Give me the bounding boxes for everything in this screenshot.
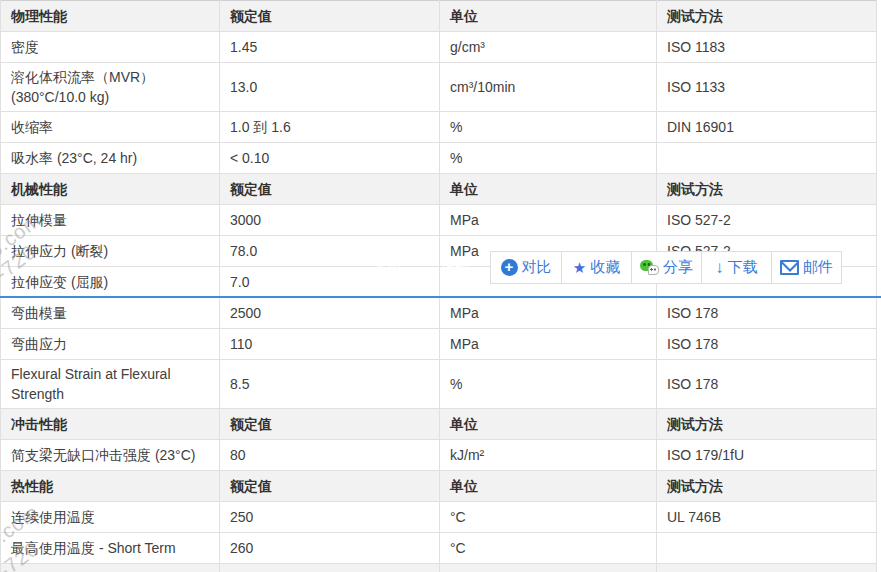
table-row: 连续使用温度250°CUL 746B: [1, 502, 877, 533]
value-cell: 260: [220, 533, 440, 564]
material-datasheet-page: 物理性能额定值单位测试方法密度1.45g/cm³ISO 1183溶化体积流率（M…: [0, 0, 881, 572]
table-row: Flexural Strain at Flexural Strength8.5%…: [1, 360, 877, 409]
value-cell: 8.5: [220, 360, 440, 409]
row-highlight-line: [0, 296, 881, 298]
download-arrow-icon: ↓: [715, 259, 724, 276]
value-cell: 250: [220, 502, 440, 533]
compare-button[interactable]: + 对比: [491, 252, 561, 283]
method-cell: ISO 1133: [657, 63, 877, 112]
unit-cell: MPa: [440, 298, 657, 329]
value-cell: 80: [220, 440, 440, 471]
wechat-share-icon: [640, 260, 659, 275]
table-row: 溶化体积流率（MVR） (380°C/10.0 kg)13.0cm³/10min…: [1, 63, 877, 112]
property-cell: 拉伸模量: [1, 205, 220, 236]
properties-table: 物理性能额定值单位测试方法密度1.45g/cm³ISO 1183溶化体积流率（M…: [0, 0, 877, 572]
property-cell: 拉伸应变 (屈服): [1, 267, 220, 298]
envelope-icon: [780, 260, 799, 275]
section-header-row: 冲击性能额定值单位测试方法: [1, 409, 877, 440]
unit-cell: %: [440, 143, 657, 174]
method-cell: ISO 179/1fU: [657, 440, 877, 471]
value-cell: 1.0 到 1.6: [220, 112, 440, 143]
table-row: 拉伸模量3000MPaISO 527-2: [1, 205, 877, 236]
inquiry-button[interactable]: 询价: [422, 251, 490, 284]
property-cell: 热性能: [1, 471, 220, 502]
unit-cell: MPa: [440, 205, 657, 236]
star-icon: ★: [573, 259, 586, 276]
value-cell: 额定值: [220, 1, 440, 32]
value-cell: 额定值: [220, 409, 440, 440]
method-cell: UL 746B: [657, 502, 877, 533]
favorite-button[interactable]: ★ 收藏: [561, 252, 631, 283]
place-order-button[interactable]: 下单: [351, 251, 422, 284]
value-cell: < 0.10: [220, 143, 440, 174]
floating-action-toolbar: 下单 询价 + 对比 ★ 收藏 分享 ↓ 下载 邮件: [351, 251, 842, 284]
method-cell: ISO 178: [657, 329, 877, 360]
download-label: 下载: [728, 258, 758, 277]
property-cell: 冲击性能: [1, 409, 220, 440]
property-cell: 吸水率 (23°C, 24 hr): [1, 143, 220, 174]
value-cell: [220, 564, 440, 572]
property-cell: 弯曲应力: [1, 329, 220, 360]
table-row: 收缩率1.0 到 1.6%DIN 16901: [1, 112, 877, 143]
method-cell: [657, 143, 877, 174]
property-cell: 连续使用温度: [1, 502, 220, 533]
action-button-group: + 对比 ★ 收藏 分享 ↓ 下载 邮件: [490, 251, 842, 284]
value-cell: 2500: [220, 298, 440, 329]
method-cell: 测试方法: [657, 409, 877, 440]
properties-table-body: 物理性能额定值单位测试方法密度1.45g/cm³ISO 1183溶化体积流率（M…: [1, 1, 877, 572]
section-header-row: 物理性能额定值单位测试方法: [1, 1, 877, 32]
share-button[interactable]: 分享: [631, 252, 701, 283]
method-cell: ISO 178: [657, 298, 877, 329]
property-cell: 密度: [1, 32, 220, 63]
value-cell: 3000: [220, 205, 440, 236]
unit-cell: °C: [440, 533, 657, 564]
method-cell: 测试方法: [657, 1, 877, 32]
property-cell: 物理性能: [1, 1, 220, 32]
unit-cell: MPa: [440, 329, 657, 360]
method-cell: ISO 1183: [657, 32, 877, 63]
property-cell: 拉伸应力 (断裂): [1, 236, 220, 267]
property-cell: 最高使用温度 - Short Term: [1, 533, 220, 564]
value-cell: 13.0: [220, 63, 440, 112]
property-cell: 机械性能: [1, 174, 220, 205]
table-row: 最高使用温度 - Short Term260°C: [1, 533, 877, 564]
method-cell: DIN 16901: [657, 112, 877, 143]
method-cell: [657, 564, 877, 572]
section-header-row: 机械性能额定值单位测试方法: [1, 174, 877, 205]
table-row: 吸水率 (23°C, 24 hr)< 0.10%: [1, 143, 877, 174]
download-button[interactable]: ↓ 下载: [701, 252, 771, 283]
method-cell: [657, 533, 877, 564]
property-cell: Flexural Strain at Flexural Strength: [1, 360, 220, 409]
value-cell: 额定值: [220, 174, 440, 205]
value-cell: 110: [220, 329, 440, 360]
property-cell: 简支梁无缺口冲击强度 (23°C): [1, 440, 220, 471]
table-row: 弯曲应力110MPaISO 178: [1, 329, 877, 360]
unit-cell: kJ/m²: [440, 440, 657, 471]
property-cell: 弯曲模量: [1, 298, 220, 329]
unit-cell: 单位: [440, 409, 657, 440]
unit-cell: 单位: [440, 471, 657, 502]
table-row: 简支梁无缺口冲击强度 (23°C)80kJ/m²ISO 179/1fU: [1, 440, 877, 471]
unit-cell: %: [440, 360, 657, 409]
unit-cell: 单位: [440, 174, 657, 205]
compare-label: 对比: [522, 258, 552, 277]
method-cell: ISO 527-2: [657, 205, 877, 236]
value-cell: 1.45: [220, 32, 440, 63]
property-cell: 溶化体积流率（MVR） (380°C/10.0 kg): [1, 63, 220, 112]
favorite-label: 收藏: [590, 258, 620, 277]
unit-cell: cm³/10min: [440, 63, 657, 112]
unit-cell: °C: [440, 502, 657, 533]
share-label: 分享: [663, 258, 693, 277]
property-cell: [1, 564, 220, 572]
unit-cell: [440, 564, 657, 572]
method-cell: 测试方法: [657, 174, 877, 205]
table-row: 密度1.45g/cm³ISO 1183: [1, 32, 877, 63]
property-cell: 收缩率: [1, 112, 220, 143]
email-button[interactable]: 邮件: [771, 252, 841, 283]
unit-cell: g/cm³: [440, 32, 657, 63]
section-header-row: 热性能额定值单位测试方法: [1, 471, 877, 502]
value-cell: 额定值: [220, 471, 440, 502]
plus-circle-icon: +: [501, 259, 518, 276]
email-label: 邮件: [803, 258, 833, 277]
unit-cell: 单位: [440, 1, 657, 32]
